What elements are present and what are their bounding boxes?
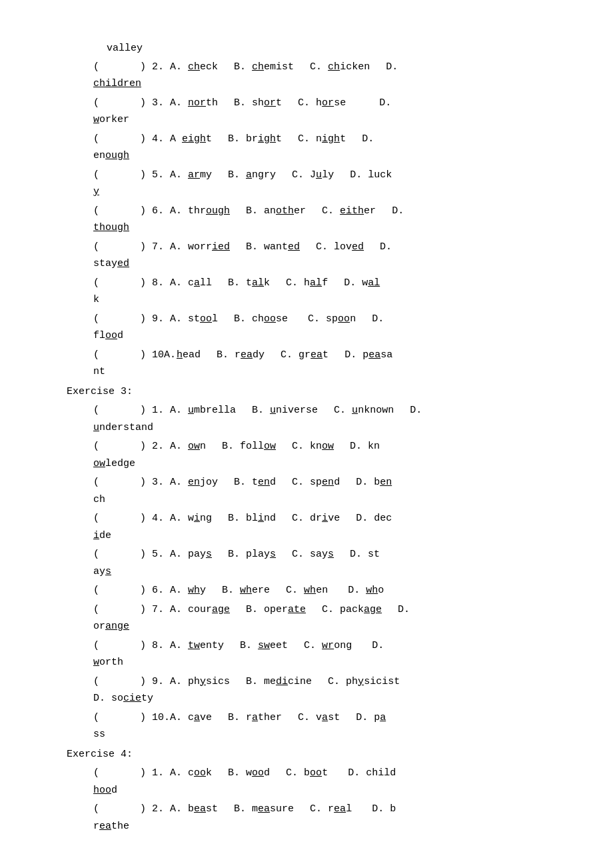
ex3-item2: ( ) 2. A. own B. follow C. know D. kn ow… — [53, 438, 573, 472]
opt-c: C. night — [298, 131, 346, 148]
opt-a: A. army — [170, 167, 212, 184]
main-content: valley ( ) 2. A. check B. chemist C. chi… — [53, 40, 573, 835]
paren2: ( — [93, 59, 140, 76]
opt-c: C. horse — [298, 95, 346, 112]
num8: ) 8. — [140, 275, 170, 292]
ex3-item6: ( ) 6. A. why B. where C. when D. who — [53, 582, 573, 599]
opt-b: B. angry — [228, 167, 276, 184]
ex2-item8: ( ) 8. A. call B. talk C. half D. wal k — [53, 275, 573, 309]
opt-a: A. stool — [170, 311, 218, 328]
opt-a: A. worried — [170, 239, 230, 256]
paren4: ( — [93, 131, 140, 148]
num10: ) 10A. — [140, 347, 177, 364]
ex2-item9: ( ) 9. A. stool B. choose C. spoon D. fl… — [53, 311, 573, 345]
num2: ) 2. — [140, 59, 170, 76]
opt-b: B. chemist — [234, 59, 294, 76]
opt-c: C. loved — [316, 239, 364, 256]
opt-c: C. either — [322, 203, 376, 220]
num7: ) 7. — [140, 239, 170, 256]
opt-b: B. talk — [228, 275, 270, 292]
paren9: ( — [93, 311, 140, 328]
opt-a: A. through — [170, 203, 230, 220]
opt-d: D. — [380, 239, 392, 256]
num6: ) 6. — [140, 203, 170, 220]
paren7: ( — [93, 239, 140, 256]
num4: ) 4. — [140, 131, 170, 148]
opt-d: D. — [392, 203, 404, 220]
opt-c: C. half — [286, 275, 328, 292]
ex2-item2: ( ) 2. A. check B. chemist C. chicken D.… — [53, 59, 573, 93]
ex3-item7: ( ) 7. A. courage B. operate C. package … — [53, 601, 573, 635]
opt-b: B. choose — [234, 311, 288, 328]
ex2-item5: ( ) 5. A. army B. angry C. July D. luck … — [53, 167, 573, 201]
opt-a: head — [177, 347, 201, 364]
opt-c: C. July — [292, 167, 334, 184]
opt-a: A. north — [170, 95, 218, 112]
num9: ) 9. — [140, 311, 170, 328]
ex2-item3: ( ) 3. A. north B. short C. horse D. wor… — [53, 95, 573, 129]
opt-b: B. wanted — [246, 239, 300, 256]
exercise3-header: Exercise 3: — [67, 383, 573, 401]
paren5: ( — [93, 167, 140, 184]
opt-d: D. — [386, 59, 398, 76]
paren10: ( — [93, 347, 140, 364]
opt-b: B. short — [234, 95, 282, 112]
ex2-item4: ( ) 4. A eight B. bright C. night D. eno… — [53, 131, 573, 165]
ex3-item3: ( ) 3. A. enjoy B. tend C. spend D. ben … — [53, 474, 573, 508]
ex2-item6: ( ) 6. A. through B. another C. either D… — [53, 203, 573, 237]
paren3: ( — [93, 95, 140, 112]
opt-a: A. call — [170, 275, 212, 292]
opt-d-label: D. — [379, 95, 391, 112]
opt-d: D. — [362, 131, 374, 148]
ex4-item2: ( ) 2. A. beast B. measure C. real D. b … — [53, 801, 573, 835]
opt-b: B. ready — [217, 347, 265, 364]
ex4-item1: ( ) 1. A. cook B. wood C. boot D. child … — [53, 765, 573, 799]
ex3-item8: ( ) 8. A. twenty B. sweet C. wrong D. wo… — [53, 637, 573, 671]
ex3-item9: ( ) 9. A. physics B. medicine C. physici… — [53, 673, 573, 707]
opt-d: D. — [372, 311, 384, 328]
opt-a: A. check — [170, 59, 218, 76]
paren6: ( — [93, 203, 140, 220]
opt-d: D. luck — [350, 167, 392, 184]
paren8: ( — [93, 275, 140, 292]
ex3-item4: ( ) 4. A. wing B. blind C. drive D. dec … — [53, 510, 573, 544]
ex3-item5: ( ) 5. A. pays B. plays C. says D. st ay… — [53, 546, 573, 580]
ex2-item7: ( ) 7. A. worried B. wanted C. loved D. … — [53, 239, 573, 273]
num5: ) 5. — [140, 167, 170, 184]
ex3-item10: ( ) 10. A. cave B. rather C. vast D. pa … — [53, 709, 573, 743]
ex3-item1: ( ) 1. A. umbrella B. universe C. unknow… — [53, 402, 573, 436]
opt-d: D. peasa — [344, 347, 392, 364]
opt-c: C. spoon — [308, 311, 356, 328]
opt-c: C. chicken — [310, 59, 370, 76]
exercise4-header: Exercise 4: — [67, 746, 573, 763]
opt-b: B. another — [246, 203, 306, 220]
intro-line-valley: valley — [107, 40, 573, 57]
num3: ) 3. — [140, 95, 170, 112]
opt-d: D. wal — [344, 275, 380, 292]
opt-a: A eight — [170, 131, 212, 148]
opt-b: B. bright — [228, 131, 282, 148]
ex2-item10: ( ) 10A. head B. ready C. great D. peasa… — [53, 347, 573, 381]
opt-c: C. great — [281, 347, 328, 364]
